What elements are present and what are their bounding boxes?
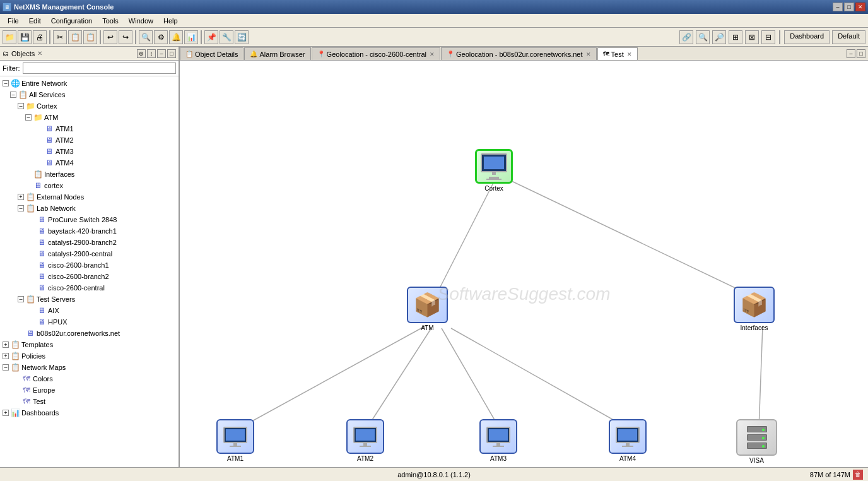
tree-item-aix[interactable]: 🖥 AIX xyxy=(1,305,177,316)
tree-item-test-servers[interactable]: – 📋 Test Servers xyxy=(1,294,177,305)
expander-cortex[interactable]: – xyxy=(18,103,24,109)
tab-object-details[interactable]: 📋 Object Details xyxy=(180,47,243,60)
tree-item-lab-network[interactable]: – 📋 Lab Network xyxy=(1,203,177,214)
tab-geo-cisco-close[interactable]: ✕ xyxy=(430,51,435,57)
status-delete-icon[interactable]: 🗑 xyxy=(853,470,863,480)
toolbar-zoom-out[interactable]: 🔎 xyxy=(712,30,726,44)
expander-atm-group[interactable]: – xyxy=(25,114,32,121)
node-cortex[interactable]: Cortex xyxy=(475,149,513,192)
tree-item-cisco-2600-b2[interactable]: 🖥 cisco-2600-branch2 xyxy=(1,271,177,282)
expander-network-maps[interactable]: – xyxy=(3,364,9,371)
toolbar-btn-cut[interactable]: ✂ xyxy=(53,30,67,44)
tab-alarm-browser[interactable]: 🔔 Alarm Browser xyxy=(244,47,310,60)
tab-geo-b08s02-close[interactable]: ✕ xyxy=(586,51,591,57)
node-atm1[interactable]: ATM1 xyxy=(216,419,254,462)
toolbar-fit[interactable]: ⊞ xyxy=(729,30,742,44)
tree-item-cisco-2600-c[interactable]: 🖥 cisco-2600-central xyxy=(1,282,177,294)
menu-edit[interactable]: Edit xyxy=(24,16,46,26)
tree-item-hpux[interactable]: 🖥 HPUX xyxy=(1,316,177,328)
toolbar-btn-tools[interactable]: 🔧 xyxy=(220,30,233,44)
filter-input[interactable] xyxy=(23,62,177,74)
node-atm[interactable]: 📦 ATM xyxy=(407,287,448,331)
tree-item-templates[interactable]: + 📋 Templates xyxy=(1,339,177,350)
tab-panel-btn-min[interactable]: – xyxy=(847,49,855,58)
tree-item-atm3[interactable]: 🖥 ATM3 xyxy=(1,146,177,157)
tree-item-atm2[interactable]: 🖥 ATM2 xyxy=(1,134,177,146)
toolbar-zoom-in[interactable]: 🔍 xyxy=(696,30,710,44)
tab-panel-btn-max[interactable]: □ xyxy=(857,49,865,58)
toolbar-btn-undo[interactable]: ↩ xyxy=(103,30,117,44)
expander-test-servers[interactable]: – xyxy=(18,296,24,302)
expander-policies[interactable]: + xyxy=(3,353,9,359)
tree-item-policies[interactable]: + 📋 Policies xyxy=(1,350,177,362)
network-map[interactable]: Cortex 📦 ATM 📦 Interfaces xyxy=(180,61,868,467)
tree-item-europe[interactable]: 🗺 Europe xyxy=(1,384,177,396)
tree-item-atm-group[interactable]: – 📁 ATM xyxy=(1,112,177,123)
expander-dashboards[interactable]: + xyxy=(3,410,9,416)
toolbar-btn-chart[interactable]: 📊 xyxy=(184,30,198,44)
toolbar-btn-paste[interactable]: 📋 xyxy=(83,30,97,44)
node-atm2[interactable]: ATM2 xyxy=(346,419,384,462)
tree-item-external-nodes[interactable]: + 📋 External Nodes xyxy=(1,191,177,203)
panel-btn-max[interactable]: □ xyxy=(167,49,176,58)
tab-geo-cisco[interactable]: 📍 Geolocation - cisco-2600-central ✕ xyxy=(312,47,440,60)
expander-templates[interactable]: + xyxy=(3,341,9,348)
toolbar-btn-alert[interactable]: 🔔 xyxy=(169,30,183,44)
tree-item-cortex-node[interactable]: 🖥 cortex xyxy=(1,180,177,191)
expander-lab-network[interactable]: – xyxy=(18,205,24,211)
close-button[interactable]: ✕ xyxy=(855,3,865,11)
node-interfaces[interactable]: 📦 Interfaces xyxy=(734,287,775,331)
node-atm3[interactable]: ATM3 xyxy=(479,419,517,462)
tree-item-atm4[interactable]: 🖥 ATM4 xyxy=(1,157,177,169)
tree-item-dashboards[interactable]: + 📊 Dashboards xyxy=(1,407,177,419)
tree-item-network-maps[interactable]: – 📋 Network Maps xyxy=(1,362,177,373)
node-atm4[interactable]: ATM4 xyxy=(609,419,647,462)
tree-item-interfaces[interactable]: 📋 Interfaces xyxy=(1,169,177,180)
tree-item-cisco-2600-b1[interactable]: 🖥 cisco-2600-branch1 xyxy=(1,259,177,271)
panel-btn-min[interactable]: – xyxy=(157,49,166,58)
toolbar-btn-redo[interactable]: ↪ xyxy=(119,30,132,44)
minimize-button[interactable]: – xyxy=(833,3,843,11)
menu-help[interactable]: Help xyxy=(158,16,183,26)
toolbar-btn-settings[interactable]: ⚙ xyxy=(154,30,168,44)
expander-external-nodes[interactable]: + xyxy=(18,194,24,200)
toolbar-btn-refresh[interactable]: 🔄 xyxy=(235,30,249,44)
panel-btn-sort[interactable]: ↕ xyxy=(147,49,156,58)
tree-item-colors[interactable]: 🗺 Colors xyxy=(1,373,177,384)
tree-item-atm1[interactable]: 🖥 ATM1 xyxy=(1,123,177,134)
expander-entire-network[interactable]: – xyxy=(3,80,9,86)
toolbar-btn-pin[interactable]: 📌 xyxy=(204,30,218,44)
panel-btn-expand[interactable]: ⊕ xyxy=(137,49,146,58)
menu-tools[interactable]: Tools xyxy=(97,16,124,26)
tree-item-catalyst-2900-b2[interactable]: 🖥 catalyst-2900-branch2 xyxy=(1,237,177,248)
tab-test-close[interactable]: ✕ xyxy=(627,51,632,57)
toolbar-btn-new[interactable]: 📁 xyxy=(3,30,16,44)
toolbar-btn-save[interactable]: 💾 xyxy=(18,30,32,44)
menu-configuration[interactable]: Configuration xyxy=(46,16,97,26)
node-visa[interactable]: VISA xyxy=(736,419,777,464)
toolbar-extra2[interactable]: ⊟ xyxy=(761,30,775,44)
default-button[interactable]: Default xyxy=(832,30,865,44)
toolbar-extra1[interactable]: ⊠ xyxy=(745,30,759,44)
tree-item-b08s02[interactable]: 🖥 b08s02ur.corenetworks.net xyxy=(1,328,177,339)
tree-item-procurve[interactable]: 🖥 ProCurve Switch 2848 xyxy=(1,214,177,225)
dashboard-button[interactable]: Dashboard xyxy=(784,30,830,44)
tree-item-entire-network[interactable]: – 🌐 Entire Network xyxy=(1,78,177,89)
window-controls[interactable]: – □ ✕ xyxy=(833,3,865,11)
tree-item-cortex-folder[interactable]: – 📁 Cortex xyxy=(1,100,177,112)
menu-window[interactable]: Window xyxy=(124,16,158,26)
menu-file[interactable]: File xyxy=(3,16,24,26)
tree-item-all-services[interactable]: – 📋 All Services xyxy=(1,89,177,100)
tree-item-test-map[interactable]: 🗺 Test xyxy=(1,396,177,407)
tab-test[interactable]: 🗺 Test ✕ xyxy=(597,47,638,60)
toolbar-btn-search[interactable]: 🔍 xyxy=(139,30,153,44)
restore-button[interactable]: □ xyxy=(844,3,854,11)
tree-item-catalyst-2900-c[interactable]: 🖥 catalyst-2900-central xyxy=(1,248,177,259)
toolbar-link-icon[interactable]: 🔗 xyxy=(679,30,693,44)
tree-item-baystack[interactable]: 🖥 baystack-420-branch1 xyxy=(1,225,177,237)
expander-all-services[interactable]: – xyxy=(10,92,16,98)
toolbar-btn-print[interactable]: 🖨 xyxy=(33,30,47,44)
tab-geo-b08s02[interactable]: 📍 Geolocation - b08s02ur.corenetworks.ne… xyxy=(441,47,597,60)
toolbar-btn-copy[interactable]: 📋 xyxy=(68,30,82,44)
objects-panel-close[interactable]: ✕ xyxy=(37,50,42,57)
